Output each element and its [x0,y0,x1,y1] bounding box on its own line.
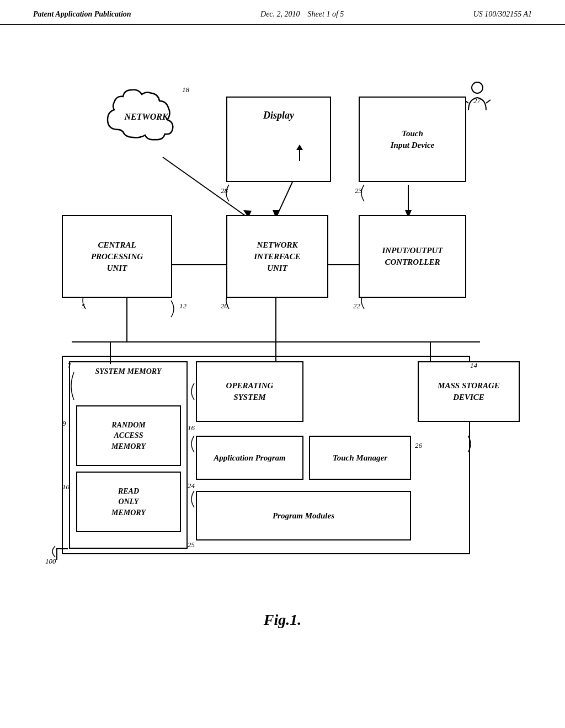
rom-box: READ ONLY MEMORY [76,472,181,532]
ref-25: 25 [188,540,195,549]
ref-12: 12 [179,302,186,311]
ram-box: RANDOM ACCESS MEMORY [76,405,181,466]
ref-10: 10 [62,483,70,491]
ref-23: 23 [355,186,362,195]
svg-line-2 [276,182,292,218]
header-right: US 100/302155 A1 [473,10,532,19]
niu-box: NETWORK INTERFACE UNIT [226,215,328,298]
app-program-box: Application Program [196,436,303,480]
display-box: Display [226,97,331,182]
os-box: OPERATING SYSTEM [196,361,303,422]
ref-9: 9 [62,419,66,428]
ref-22: 22 [353,302,360,311]
touch-manager-box: Touch Manager [309,436,411,480]
network-cloud: NETWORK [102,85,190,148]
program-modules-box: Program Modules [196,491,411,540]
system-memory-label: SYSTEM MEMORY [74,367,182,377]
ref-7: 7 [67,361,71,370]
ref-28: 28 [221,186,228,195]
ref-5: 5 [82,302,86,311]
ref-20: 20 [221,302,228,311]
svg-point-16 [472,82,483,93]
touch-input-box: Touch Input Device [359,97,466,182]
ref-16: 16 [188,424,195,432]
mass-storage-box: MASS STORAGE DEVICE [418,361,520,422]
cpu-box: CENTRAL PROCESSING UNIT [62,215,172,298]
header-center: Dec. 2, 2010 Sheet 1 of 5 [260,10,344,19]
svg-marker-15 [296,144,303,150]
ref-27: 27 [473,97,481,105]
ref-26: 26 [415,441,422,450]
ref-14: 14 [470,361,477,370]
ref-100-bracket [54,546,71,565]
io-controller-box: INPUT/OUTPUT CONTROLLER [359,215,466,298]
fig-caption: Fig.1. [0,611,565,629]
ref-24: 24 [188,481,195,490]
svg-line-18 [486,100,491,103]
ref-18: 18 [182,85,189,94]
header-left: Patent Application Publication [33,10,131,19]
